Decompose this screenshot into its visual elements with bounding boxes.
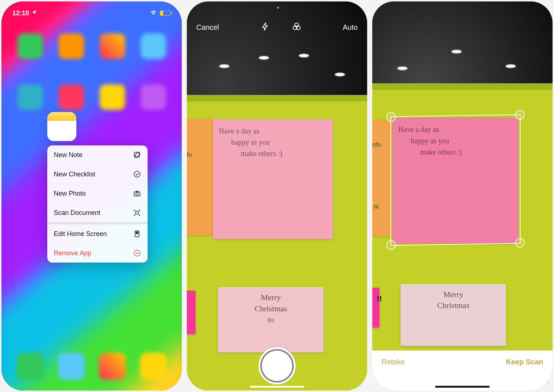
menu-label: Remove App	[54, 249, 91, 257]
flash-icon[interactable]	[261, 22, 270, 33]
note-line: Christmas	[401, 300, 506, 311]
keep-scan-button[interactable]: Keep Scan	[506, 358, 543, 366]
check-circle-icon	[133, 170, 141, 178]
svg-point-3	[136, 192, 138, 195]
menu-new-note[interactable]: New Note	[47, 145, 148, 165]
sticky-hotpink	[372, 288, 380, 328]
note-line: make others :)	[219, 148, 327, 159]
svg-rect-8	[136, 233, 137, 234]
filter-icon[interactable]	[292, 22, 301, 33]
cancel-button[interactable]: Cancel	[196, 23, 219, 32]
recording-indicator-icon	[277, 7, 279, 9]
note-board: ardo ni Have a day as happy as you make …	[372, 83, 553, 391]
dock-row	[1, 353, 182, 380]
svg-rect-6	[136, 232, 137, 233]
menu-label: New Photo	[54, 190, 86, 197]
sticky-orange	[187, 119, 213, 235]
scanner-live-phone: do Have a day as happy as you make other…	[187, 1, 367, 391]
room-ceiling	[187, 1, 367, 107]
crop-rectangle[interactable]	[390, 114, 521, 246]
notes-app-icon[interactable]	[47, 112, 76, 141]
crop-handle-bl[interactable]	[386, 240, 396, 250]
edge-scribble: ni	[374, 203, 379, 210]
menu-remove-app[interactable]: Remove App	[47, 244, 148, 263]
crop-handle-tr[interactable]	[515, 110, 525, 119]
edge-scribble: !!	[377, 294, 382, 304]
crop-handle-br[interactable]	[515, 238, 525, 247]
menu-label: New Checklist	[54, 171, 95, 178]
svg-point-1	[134, 171, 140, 177]
crop-handle-tl[interactable]	[386, 112, 396, 122]
battery-icon	[160, 11, 171, 16]
home-indicator[interactable]	[435, 386, 490, 388]
home-screen-phone: 12:10 New Note	[1, 1, 182, 391]
watermark: www.deuaq.com	[546, 380, 550, 391]
note-line: Merry	[401, 289, 506, 300]
location-icon	[31, 9, 37, 17]
sticky-hotpink	[187, 291, 196, 334]
app-row-2	[1, 84, 182, 110]
scan-icon	[133, 209, 141, 217]
sticky-secondary: Merry Christmas to	[218, 287, 324, 352]
menu-new-photo[interactable]: New Photo	[47, 184, 148, 203]
svg-rect-9	[137, 233, 138, 234]
scanner-toolbar: Cancel Auto	[187, 22, 367, 33]
note-line: Have a day as	[219, 125, 327, 137]
compose-icon	[133, 151, 141, 159]
quick-actions-menu: New Note New Checklist New Photo Scan Do…	[47, 145, 148, 263]
shutter-button[interactable]	[262, 351, 292, 381]
edge-scribble: ardo	[372, 141, 381, 148]
svg-rect-7	[137, 232, 138, 233]
scan-adjust-bar: Retake Keep Scan	[372, 351, 553, 391]
sticky-orange	[372, 120, 392, 236]
scan-adjust-phone: ardo ni Have a day as happy as you make …	[372, 1, 553, 391]
note-board: do Have a day as happy as you make other…	[187, 95, 367, 391]
menu-scan-document[interactable]: Scan Document	[47, 203, 148, 224]
svg-rect-5	[135, 231, 139, 237]
note-line: happy as you	[219, 137, 327, 148]
edge-scribble: do	[187, 151, 192, 159]
menu-new-checklist[interactable]: New Checklist	[47, 165, 148, 184]
capture-mode-button[interactable]: Auto	[343, 23, 358, 32]
clock: 12:10	[12, 9, 29, 17]
svg-rect-4	[136, 211, 138, 214]
menu-label: Edit Home Screen	[54, 230, 107, 238]
wifi-icon	[150, 9, 157, 18]
note-line: Christmas	[218, 303, 324, 315]
sticky-main: Have a day as happy as you make others :…	[213, 119, 333, 239]
home-indicator[interactable]	[250, 386, 304, 388]
menu-label: Scan Document	[54, 209, 100, 217]
note-line: Merry	[218, 292, 324, 303]
sticky-secondary: Merry Christmas	[401, 284, 506, 346]
app-row-1	[1, 33, 182, 59]
status-bar: 12:10	[1, 1, 182, 21]
menu-label: New Note	[54, 151, 83, 159]
camera-icon	[133, 189, 141, 197]
apps-icon	[133, 230, 141, 238]
remove-circle-icon	[133, 249, 141, 257]
retake-button[interactable]: Retake	[382, 358, 405, 366]
menu-edit-home-screen[interactable]: Edit Home Screen	[47, 224, 148, 244]
note-line: to	[218, 314, 324, 325]
